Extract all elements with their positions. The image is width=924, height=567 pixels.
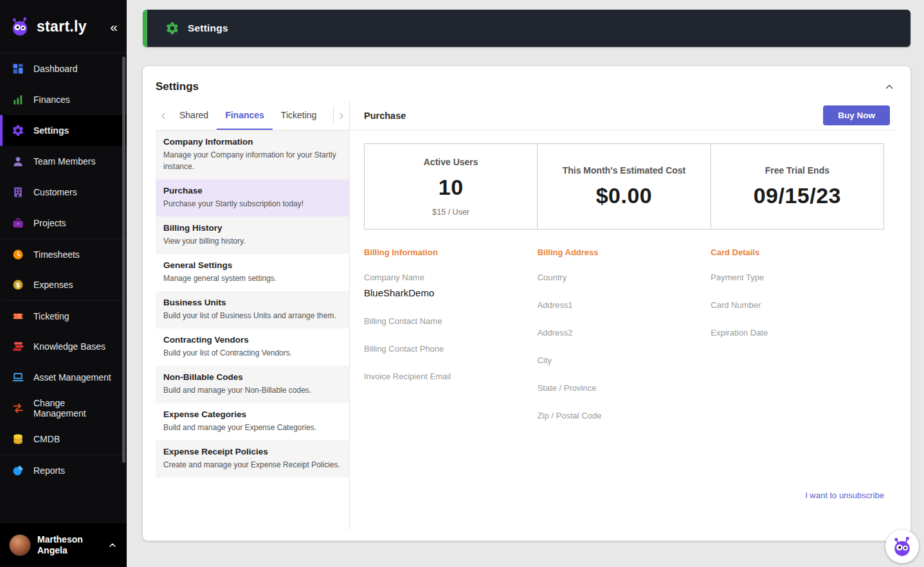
unsubscribe-link[interactable]: I want to unsubscribe — [805, 491, 884, 500]
list-item-expense-categories[interactable]: Expense Categories Build and manage your… — [156, 403, 349, 440]
sidebar-item-label: Timesheets — [33, 249, 80, 260]
startly-mascot-icon — [8, 14, 32, 39]
chevron-up-icon[interactable] — [107, 540, 118, 550]
sidebar-item-asset-management[interactable]: Asset Management — [0, 362, 127, 393]
field-billing-contact-phone[interactable]: Billing Contact Phone — [364, 344, 538, 354]
stat-free-trial-ends: Free Trial Ends 09/15/23 — [711, 143, 884, 230]
mascot-help-button[interactable] — [885, 530, 919, 563]
tab-ticketing[interactable]: Ticketing — [273, 101, 325, 130]
sidebar-nav: Dashboard Finances Settings Team Members… — [0, 53, 127, 523]
sidebar-item-projects[interactable]: Projects — [0, 208, 127, 239]
list-item-general-settings[interactable]: General Settings Manage general system s… — [156, 254, 349, 291]
team-members-icon — [12, 155, 24, 168]
sidebar-item-dashboard[interactable]: Dashboard — [0, 53, 127, 84]
field-company-name[interactable]: Company Name BlueSharkDemo — [364, 273, 538, 298]
settings-card-header: Settings — [143, 66, 910, 101]
sidebar-collapse-icon[interactable]: « — [110, 20, 118, 33]
sidebar-item-timesheets[interactable]: Timesheets — [0, 239, 127, 269]
field-label: State / Province — [538, 383, 711, 393]
timesheets-icon — [12, 248, 24, 261]
sidebar-item-expenses[interactable]: $ Expenses — [0, 269, 127, 300]
list-item-billing-history[interactable]: Billing History View your billing histor… — [156, 217, 349, 254]
field-label: Country — [538, 273, 711, 282]
field-zip-postal-code[interactable]: Zip / Postal Code — [538, 411, 711, 420]
ticketing-icon — [12, 310, 24, 323]
list-item-desc: View your billing history. — [163, 235, 341, 247]
sidebar-item-label: Asset Management — [33, 372, 111, 382]
billing-forms: Billing Information Company Name BlueSha… — [364, 248, 884, 438]
list-item-desc: Create and manage your Expense Receipt P… — [163, 459, 341, 471]
tab-asset[interactable]: Asset — [325, 101, 333, 130]
sidebar-item-settings[interactable]: Settings — [0, 115, 127, 146]
field-label: Company Name — [364, 273, 538, 282]
field-city[interactable]: City — [538, 356, 711, 365]
list-item-title: Business Units — [163, 298, 341, 307]
field-label: City — [538, 356, 711, 365]
settings-gear-icon — [165, 21, 179, 35]
change-management-icon — [12, 402, 24, 415]
settings-card-body: ‹ Shared Finances Ticketing Asset › Comp… — [143, 101, 910, 541]
sidebar-item-ticketing[interactable]: Ticketing — [0, 300, 127, 331]
field-label: Card Number — [711, 300, 884, 310]
sidebar-item-label: Projects — [33, 218, 66, 228]
billing-information-section: Billing Information Company Name BlueSha… — [364, 248, 538, 438]
list-item-title: Non-Billable Codes — [163, 372, 341, 382]
sidebar-scrollbar[interactable] — [122, 57, 125, 463]
field-address2[interactable]: Address2 — [538, 328, 711, 338]
sidebar-item-change-management[interactable]: Change Management — [0, 393, 127, 424]
field-address1[interactable]: Address1 — [538, 300, 711, 310]
field-billing-contact-name[interactable]: Billing Contact Name — [364, 316, 538, 326]
stat-value: 10 — [439, 175, 464, 200]
sidebar-item-label: CMDB — [33, 434, 60, 444]
settings-nav-column: ‹ Shared Finances Ticketing Asset › Comp… — [156, 101, 349, 530]
field-expiration-date[interactable]: Expiration Date — [711, 328, 884, 338]
field-state-province[interactable]: State / Province — [538, 383, 711, 393]
sidebar-item-knowledge-bases[interactable]: Knowledge Bases — [0, 331, 127, 362]
buy-now-button[interactable]: Buy Now — [823, 105, 890, 125]
card-details-title: Card Details — [711, 248, 884, 257]
billing-address-section: Billing Address Country Address1 Address… — [538, 248, 711, 438]
list-item-non-billable-codes[interactable]: Non-Billable Codes Build and manage your… — [156, 366, 349, 403]
svg-text:$: $ — [16, 282, 21, 289]
field-payment-type[interactable]: Payment Type — [711, 273, 884, 282]
list-item-purchase[interactable]: Purchase Purchase your Startly subscript… — [156, 179, 349, 217]
field-invoice-recipient-email[interactable]: Invoice Recipient Email — [364, 372, 538, 381]
user-name-line2: Angela — [37, 545, 83, 557]
sidebar-item-finances[interactable]: Finances — [0, 84, 127, 115]
list-item-company-information[interactable]: Company Information Manage your Company … — [156, 130, 349, 179]
user-menu[interactable]: Martheson Angela — [0, 523, 127, 567]
tabs-next-icon[interactable]: › — [334, 101, 349, 130]
sidebar-item-team-members[interactable]: Team Members — [0, 146, 127, 177]
tabs-prev-icon[interactable]: ‹ — [156, 101, 171, 130]
field-country[interactable]: Country — [538, 273, 711, 282]
field-label: Address1 — [538, 300, 711, 310]
list-item-title: Expense Categories — [163, 410, 341, 419]
list-item-business-units[interactable]: Business Units Build your list of Busine… — [156, 291, 349, 328]
tab-shared[interactable]: Shared — [171, 101, 217, 130]
stat-label: Free Trial Ends — [765, 165, 829, 176]
field-label: Invoice Recipient Email — [364, 372, 538, 381]
sidebar-item-customers[interactable]: Customers — [0, 177, 127, 208]
field-value[interactable]: BlueSharkDemo — [364, 287, 538, 298]
list-item-expense-receipt-policies[interactable]: Expense Receipt Policies Create and mana… — [156, 440, 349, 478]
sidebar-item-reports[interactable]: Reports — [0, 455, 127, 485]
tab-finances[interactable]: Finances — [217, 101, 273, 130]
field-label: Billing Contact Name — [364, 316, 538, 326]
purchase-panel-body: Active Users 10 $15 / User This Month's … — [350, 130, 896, 530]
collapse-card-icon[interactable] — [883, 81, 895, 93]
list-item-title: Billing History — [163, 223, 341, 233]
list-item-title: Purchase — [163, 186, 341, 195]
sidebar-item-cmdb[interactable]: CMDB — [0, 424, 127, 455]
startly-mascot-icon — [889, 534, 915, 559]
asset-management-icon — [12, 371, 24, 384]
reports-icon — [12, 464, 24, 477]
list-item-contracting-vendors[interactable]: Contracting Vendors Build your list of C… — [156, 328, 349, 366]
list-item-desc: Build and manage your Expense Categories… — [163, 422, 341, 433]
card-title: Settings — [156, 80, 199, 93]
settings-list: Company Information Manage your Company … — [156, 130, 349, 530]
avatar — [9, 534, 31, 556]
sidebar-item-label: Settings — [33, 125, 69, 136]
dashboard-icon — [12, 62, 24, 75]
list-item-desc: Build your list of Business Units and ar… — [163, 310, 341, 321]
field-card-number[interactable]: Card Number — [711, 300, 884, 310]
